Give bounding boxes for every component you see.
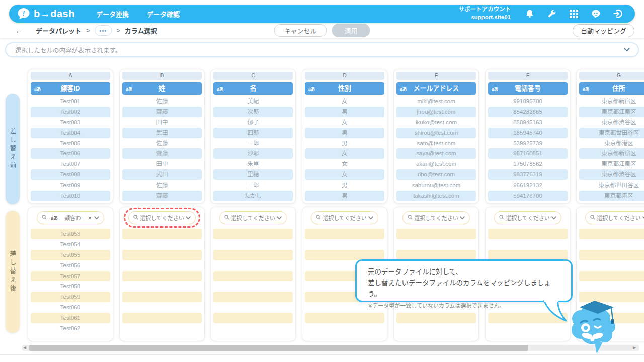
- data-cell[interactable]: Test005: [31, 138, 110, 149]
- data-cell[interactable]: Test003: [31, 117, 110, 128]
- data-cell[interactable]: [213, 323, 293, 334]
- data-cell[interactable]: 女: [305, 117, 384, 128]
- back-arrow-icon[interactable]: ←: [15, 26, 23, 35]
- data-cell[interactable]: jirou@test.com: [396, 107, 476, 117]
- data-cell[interactable]: 東京都新宿区: [579, 148, 644, 159]
- data-cell[interactable]: [305, 229, 384, 239]
- data-cell[interactable]: Test002: [31, 107, 110, 117]
- data-cell[interactable]: [396, 229, 476, 239]
- data-cell[interactable]: Test056: [31, 260, 110, 271]
- tab-after-replacement[interactable]: 差し替え後: [6, 211, 20, 333]
- data-cell[interactable]: [213, 292, 293, 302]
- data-cell[interactable]: Test062: [31, 323, 110, 334]
- data-cell[interactable]: sato@test.com: [396, 138, 476, 149]
- data-cell[interactable]: ikuko@test.com: [396, 117, 476, 128]
- column-select-dropdown[interactable]: 選択してください: [311, 211, 378, 224]
- data-cell[interactable]: 東京都渋谷区: [579, 169, 644, 180]
- scroll-right-icon[interactable]: ▶: [633, 345, 643, 350]
- column-select-dropdown[interactable]: 選択してください: [219, 211, 287, 224]
- data-cell[interactable]: 東京都港区: [579, 191, 644, 201]
- data-cell[interactable]: [122, 281, 202, 292]
- data-cell[interactable]: 594176700: [488, 191, 568, 201]
- data-cell[interactable]: 東京都港区: [579, 138, 644, 149]
- data-cell[interactable]: [579, 260, 644, 271]
- data-cell[interactable]: 佐藤: [122, 138, 202, 149]
- chevron-down-icon[interactable]: [624, 48, 630, 52]
- data-cell[interactable]: [122, 271, 202, 282]
- data-cell[interactable]: Test060: [31, 302, 110, 313]
- data-cell[interactable]: [579, 281, 644, 292]
- data-cell[interactable]: [213, 313, 293, 323]
- data-cell[interactable]: Test006: [31, 148, 110, 159]
- scroll-left-icon[interactable]: ◀: [23, 345, 26, 350]
- column-select-dropdown[interactable]: aあ顧客ID×: [37, 211, 104, 224]
- data-cell[interactable]: [213, 260, 293, 271]
- account-info[interactable]: サポートアカウント support.site01: [459, 6, 511, 21]
- data-cell[interactable]: saya@test.com: [396, 148, 476, 159]
- data-cell[interactable]: 東京都渋谷区: [579, 117, 644, 128]
- horizontal-scrollbar-track[interactable]: [22, 345, 639, 351]
- source-column-header[interactable]: aあ顧客ID: [31, 82, 110, 95]
- data-cell[interactable]: 女: [305, 148, 384, 159]
- column-select-dropdown[interactable]: 選択してください: [403, 211, 470, 224]
- source-column-header[interactable]: aあ名: [213, 82, 293, 95]
- data-cell[interactable]: [579, 229, 644, 239]
- source-column-header[interactable]: aあ性別: [305, 82, 384, 95]
- data-cell[interactable]: [396, 250, 476, 260]
- cancel-button[interactable]: キャンセル: [274, 24, 327, 37]
- data-cell[interactable]: 武田: [122, 128, 202, 138]
- data-cell[interactable]: 四郎: [213, 128, 293, 138]
- data-cell[interactable]: 175078562: [488, 159, 568, 169]
- apply-button[interactable]: 適用: [332, 24, 370, 37]
- data-cell[interactable]: [488, 250, 568, 260]
- data-cell[interactable]: Test053: [31, 229, 110, 239]
- data-cell[interactable]: [396, 239, 476, 250]
- breadcrumb-ellipsis[interactable]: •••: [95, 25, 112, 36]
- data-cell[interactable]: [579, 271, 644, 282]
- data-cell[interactable]: 三郎: [213, 180, 293, 191]
- data-cell[interactable]: [213, 239, 293, 250]
- bell-icon[interactable]: [525, 9, 534, 19]
- data-cell[interactable]: 東京都新宿区: [579, 96, 644, 107]
- data-cell[interactable]: Test007: [31, 159, 110, 169]
- data-cell[interactable]: Test054: [31, 239, 110, 250]
- data-cell[interactable]: [122, 229, 202, 239]
- data-cell[interactable]: Test055: [31, 250, 110, 260]
- data-cell[interactable]: Test004: [31, 128, 110, 138]
- data-cell[interactable]: 一郎: [213, 138, 293, 149]
- data-cell[interactable]: 185945740: [488, 128, 568, 138]
- data-cell[interactable]: [488, 323, 568, 334]
- data-cell[interactable]: [213, 229, 293, 239]
- data-cell[interactable]: [305, 323, 384, 334]
- data-cell[interactable]: [396, 323, 476, 334]
- source-column-header[interactable]: aあメールアドレス: [396, 82, 476, 95]
- data-cell[interactable]: Test058: [31, 281, 110, 292]
- clear-icon[interactable]: ×: [88, 214, 92, 222]
- source-column-header[interactable]: aあ住所: [579, 82, 644, 95]
- data-cell[interactable]: [122, 313, 202, 323]
- data-cell[interactable]: 東京都江東区: [579, 107, 644, 117]
- data-cell[interactable]: [122, 323, 202, 334]
- data-cell[interactable]: 女: [305, 96, 384, 107]
- data-cell[interactable]: 次郎: [213, 107, 293, 117]
- source-column-header[interactable]: aあ姓: [122, 82, 202, 95]
- data-cell[interactable]: Test010: [31, 191, 110, 201]
- data-cell[interactable]: shirou@test.com: [396, 128, 476, 138]
- data-cell[interactable]: たかし: [213, 191, 293, 201]
- data-cell[interactable]: riho@test.com: [396, 169, 476, 180]
- data-cell[interactable]: 佐藤: [122, 180, 202, 191]
- data-cell[interactable]: 966192132: [488, 180, 568, 191]
- horizontal-scrollbar-thumb[interactable]: [29, 345, 528, 351]
- data-cell[interactable]: 983776319: [488, 169, 568, 180]
- data-cell[interactable]: Test001: [31, 96, 110, 107]
- nav-data-confirm[interactable]: データ確認: [147, 9, 180, 19]
- data-cell[interactable]: 齋藤: [122, 148, 202, 159]
- data-cell[interactable]: [213, 302, 293, 313]
- cell-preview-bar[interactable]: 選択したセルの内容が表示されます。: [5, 42, 639, 57]
- column-select-dropdown[interactable]: 選択してください: [128, 211, 196, 224]
- data-cell[interactable]: 男: [305, 180, 384, 191]
- data-cell[interactable]: Test009: [31, 180, 110, 191]
- data-cell[interactable]: [488, 239, 568, 250]
- data-cell[interactable]: Test059: [31, 292, 110, 302]
- data-cell[interactable]: 東京都世田谷区: [579, 128, 644, 138]
